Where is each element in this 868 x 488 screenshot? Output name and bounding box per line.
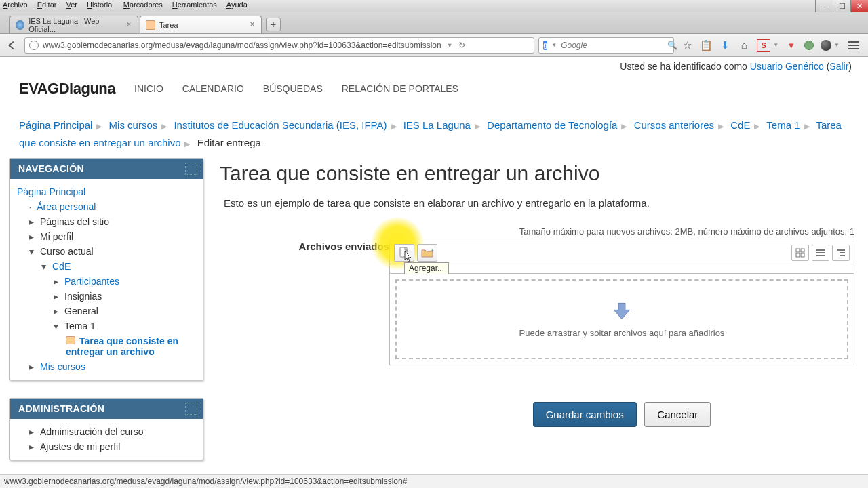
crumb-1[interactable]: Mis cursos [109,119,158,131]
nav-item-label: Mis cursos [40,361,85,372]
nav-item-7[interactable]: General [17,304,196,319]
hamburger-menu-icon[interactable] [846,41,861,49]
search-engine-dropdown-icon[interactable]: ▼ [551,42,557,48]
breadcrumb: Página Principal▶ Mis cursos▶ Institutos… [0,113,868,158]
list-icon [816,248,825,258]
nav-item-10[interactable]: Mis cursos [17,359,196,374]
crumb-0[interactable]: Página Principal [19,119,92,131]
browser-tab-0[interactable]: IES La Laguna | Web Oficial... × [9,16,138,33]
nav-item-label: Área personal [37,201,96,212]
menu-editar[interactable]: Editar [37,1,57,9]
new-tab-button[interactable]: + [266,18,281,31]
nav-item-4[interactable]: CdE [17,259,196,274]
nav-item-5[interactable]: Participantes [17,274,196,289]
nav-item-3[interactable]: Curso actual [17,244,196,259]
crumb-5[interactable]: Cursos anteriores [634,119,714,131]
close-tab-icon[interactable]: × [248,20,257,29]
reload-button[interactable]: ↻ [458,41,465,50]
home-icon[interactable]: ⌂ [738,39,750,52]
window-close-button[interactable]: ✕ [850,0,868,12]
site-brand[interactable]: EVAGDlaguna [19,80,115,98]
page-viewport: Usted se ha identificado como Usuario Ge… [0,57,868,488]
admin-item-label: Ajustes de mi perfil [40,441,120,452]
search-submit-icon[interactable]: 🔍 [667,41,677,50]
file-dropzone[interactable]: Puede arrastrar y soltar archivos aquí p… [395,279,848,359]
toolbar-icons: ☆ 📋 ⬇ ⌂ S ▼ ▾ ▼ [678,39,864,52]
view-list-button[interactable] [812,245,829,261]
crumb-2[interactable]: Institutos de Educación Secundaria (IES,… [174,119,387,131]
search-engine-icon[interactable]: g [543,41,547,50]
menu-marcadores[interactable]: Marcadores [123,1,163,9]
login-info: Usted se ha identificado como Usuario Ge… [0,57,868,72]
window-maximize-button[interactable]: ☐ [833,0,850,12]
dropzone-arrow-icon [610,301,633,321]
nav-busquedas[interactable]: BÚSQUEDAS [263,83,323,94]
menu-ver[interactable]: Ver [66,1,77,9]
back-button[interactable] [4,37,20,54]
svg-rect-4 [796,253,800,257]
menu-ayuda[interactable]: Ayuda [226,1,248,9]
nav-item-label: Páginas del sitio [40,216,109,227]
pocket-icon[interactable]: ▾ [785,39,797,52]
site-identity-icon[interactable] [29,41,39,50]
search-box[interactable]: g ▼ 🔍 [538,37,674,54]
os-menubar: Archivo Editar Ver Historial Marcadores … [3,1,248,9]
browser-statusbar: www3.gobiernodecanarias.org/medusa/evagd… [0,474,868,488]
menu-archivo[interactable]: Archivo [3,1,28,9]
menu-historial[interactable]: Historial [87,1,114,9]
bookmark-star-icon[interactable]: ☆ [681,39,693,52]
add-file-button[interactable]: Agregar... [394,244,414,262]
login-user-link[interactable]: Usuario Genérico [750,61,824,72]
nav-item-8[interactable]: Tema 1 [17,319,196,333]
block-navigation: NAVEGACIÓN Página PrincipalÁrea personal… [9,158,203,380]
logout-link[interactable]: Salir [829,61,848,72]
nav-item-6[interactable]: Insignias [17,289,196,304]
addon-green-icon[interactable] [804,41,814,50]
block-navigation-header: NAVEGACIÓN [10,159,203,179]
nav-root[interactable]: Página Principal [17,184,196,199]
nav-item-1[interactable]: Páginas del sitio [17,214,196,229]
close-tab-icon[interactable]: × [124,20,134,29]
crumb-4[interactable]: Departamento de Tecnología [487,119,617,131]
admin-item-0[interactable]: Administración del curso [17,424,196,439]
block-config-icon[interactable] [185,403,197,415]
addon-orb-dropdown-icon[interactable]: ▼ [834,42,840,48]
block-admin-title: ADMINISTRACIÓN [18,403,104,414]
search-input[interactable] [561,41,663,50]
url-dropdown-icon[interactable]: ▼ [447,42,453,49]
crumb-7[interactable]: Tema 1 [766,119,800,131]
files-label: Archivos enviados [220,241,389,427]
block-config-icon[interactable] [185,163,197,175]
nav-item-9[interactable]: Tarea que consiste en entregar un archiv… [17,333,196,359]
downloads-icon[interactable]: ⬇ [719,39,731,52]
crumb-3[interactable]: IES La Laguna [403,119,471,131]
browser-tab-1[interactable]: Tarea × [140,16,262,33]
nav-inicio[interactable]: INICIO [134,83,163,94]
save-button[interactable]: Guardar cambios [533,402,637,427]
cancel-button[interactable]: Cancelar [644,402,711,427]
nav-item-2[interactable]: Mi perfil [17,229,196,244]
nav-calendario[interactable]: CALENDARIO [182,83,244,94]
svg-rect-2 [796,249,800,252]
address-bar[interactable]: www3.gobiernodecanarias.org/medusa/evagd… [24,37,534,54]
nav-item-0[interactable]: Área personal [17,199,196,214]
assignment-icon [66,336,75,344]
crumb-6[interactable]: CdE [730,119,750,131]
crumb-current: Editar entrega [197,137,261,148]
clipboard-icon[interactable]: 📋 [700,39,712,52]
window-minimize-button[interactable]: — [815,0,833,12]
view-icons-button[interactable] [791,245,809,261]
assignment-description: Esto es un ejemplo de tarea que consiste… [220,197,854,209]
url-text: www3.gobiernodecanarias.org/medusa/evagd… [43,41,441,50]
view-tree-button[interactable] [832,245,850,261]
file-manager-toolbar: Agregar... + [390,241,854,264]
nav-relacion-portales[interactable]: RELACIÓN DE PORTALES [342,83,458,94]
menu-herramientas[interactable]: Herramientas [172,1,217,9]
addon-orb-icon[interactable] [821,40,831,51]
create-folder-button[interactable]: + [417,244,437,262]
admin-item-1[interactable]: Ajustes de mi perfil [17,439,196,454]
stylish-dropdown-icon[interactable]: ▼ [773,42,778,48]
stylish-icon[interactable]: S [757,39,770,52]
tab-title: IES La Laguna | Web Oficial... [28,17,123,33]
browser-tabstrip: IES La Laguna | Web Oficial... × Tarea ×… [0,12,868,34]
